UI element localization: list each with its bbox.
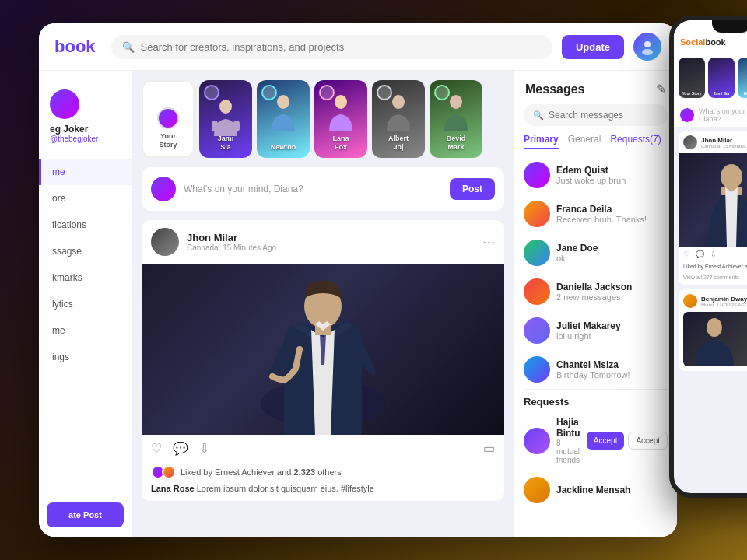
msg-item-juliet[interactable]: Juliet Makarey lol u right [514, 311, 677, 350]
messages-search-input[interactable] [549, 110, 658, 121]
story-jami[interactable]: JamiSia [199, 80, 252, 158]
msg-item-jane[interactable]: Jane Doe ok [514, 233, 677, 272]
req-avatar-hajia [524, 428, 550, 454]
stories-row: YourStory JamiSia [142, 80, 504, 158]
post-header: Jhon Milar Cannada, 15 Minutes Ago ⋯ [142, 220, 504, 264]
msg-preview-daniella: 2 new messages [556, 292, 668, 302]
story-your[interactable]: YourStory [142, 80, 195, 158]
msg-avatar-jane [524, 240, 550, 266]
tab-general[interactable]: General [568, 134, 601, 149]
main-card: book 🔍 Update eg Joker @thebegjoker me o… [39, 23, 677, 537]
ph-compose-avatar [680, 108, 694, 122]
story-newton[interactable]: Newton [257, 80, 310, 158]
msg-avatar-franca [524, 201, 550, 227]
search-bar[interactable]: 🔍 [111, 35, 552, 59]
msg-name-jane: Jane Doe [556, 243, 668, 254]
messages-title: Messages [525, 82, 585, 96]
phone-person2-header: Benjamin Dwayne Miami, 2 HOURS AGO [683, 294, 747, 308]
phone-post-image [679, 153, 747, 247]
compose-avatar [151, 177, 176, 201]
sidebar-username: @thebegjoker [50, 135, 121, 143]
ph-person2-info: Benjamin Dwayne Miami, 2 HOURS AGO [701, 296, 747, 307]
bookmark-button[interactable]: ▭ [483, 441, 495, 456]
logo: book [54, 37, 96, 57]
msg-info-daniella: Daniella Jackson 2 new messages [556, 282, 668, 302]
decline-button-hajia[interactable]: Accept [628, 432, 668, 450]
like-button[interactable]: ♡ [151, 441, 162, 456]
story-albert[interactable]: AlbertJoj [372, 80, 425, 158]
msg-item-chantel[interactable]: Chantel Msiza Birthday Tomorrow! [514, 350, 677, 389]
compose-placeholder: What's on your mind, Diana? [184, 184, 442, 194]
svg-point-6 [335, 95, 347, 109]
story-devid[interactable]: DevidMark [430, 80, 482, 158]
sidebar-nav: me ore fications ssagse kmarks lytics me… [39, 156, 132, 495]
msg-info-edem: Edem Quist Just woke up bruh [556, 165, 668, 185]
svg-point-8 [450, 95, 462, 109]
svg-point-2 [219, 100, 232, 114]
post-likes: Liked by Ernest Achiever and 2,323 other… [142, 462, 504, 482]
create-post-button[interactable]: ate Post [47, 502, 124, 527]
msg-item-edem[interactable]: Edem Quist Just woke up bruh [514, 156, 677, 194]
svg-rect-3 [212, 121, 218, 131]
msg-name-daniella: Daniella Jackson [556, 282, 668, 292]
search-icon: 🔍 [122, 41, 135, 53]
phone-post: Jhon Milar Cannada, 15 Minutes Ago ♡ 💬 ⇩… [679, 131, 747, 285]
phone-post-actions: ♡ 💬 ⇩ [679, 247, 747, 262]
sidebar-item-notifications[interactable]: fications [39, 212, 132, 238]
ph-comment-icon[interactable]: 💬 [696, 250, 704, 258]
search-input[interactable] [141, 41, 542, 53]
like-avatars [151, 465, 176, 479]
feed-post: Jhon Milar Cannada, 15 Minutes Ago ⋯ [142, 220, 504, 501]
sidebar-item-analytics[interactable]: lytics [39, 291, 132, 317]
ph-story-3[interactable]: Newton [738, 58, 747, 98]
sidebar-avatar [50, 89, 79, 119]
comment-button[interactable]: 💬 [173, 441, 188, 456]
update-button[interactable]: Update [562, 35, 624, 59]
share-button[interactable]: ⇩ [199, 441, 209, 456]
msg-avatar-daniella [524, 278, 550, 305]
svg-point-14 [707, 318, 722, 337]
header-avatar[interactable] [633, 33, 661, 61]
tab-requests[interactable]: Requests(7) [610, 134, 661, 149]
ph-person2-meta: Miami, 2 HOURS AGO [701, 303, 747, 307]
msg-name-franca: Franca Deila [556, 204, 668, 215]
svg-point-12 [721, 164, 742, 189]
messages-panel: Messages ✎ 🔍 Primary General Requests(7)… [514, 71, 677, 537]
post-image [142, 264, 504, 435]
sidebar-item-home[interactable]: me [39, 317, 132, 344]
tab-primary[interactable]: Primary [524, 134, 559, 149]
post-author-name: Jhon Milar [187, 232, 276, 243]
ph-share-icon[interactable]: ⇩ [710, 250, 717, 258]
ph-like-icon[interactable]: ♡ [683, 250, 689, 258]
post-caption: Lana Rose Lorem ipsum dolor sit quisquam… [142, 482, 504, 501]
sidebar-item-bookmarks[interactable]: kmarks [39, 264, 132, 291]
msg-name-chantel: Chantel Msiza [556, 359, 668, 370]
sidebar-item-settings[interactable]: ings [39, 344, 132, 370]
msg-preview-chantel: Birthday Tomorrow! [556, 370, 668, 380]
story-lana[interactable]: LanaFox [314, 80, 367, 158]
sidebar-item-messages[interactable]: ssagse [39, 238, 132, 264]
messages-search[interactable]: 🔍 [524, 104, 668, 126]
svg-point-7 [392, 95, 405, 109]
sidebar-name: eg Joker [50, 124, 121, 135]
accept-button-hajia[interactable]: Accept [587, 432, 625, 450]
ph-person2-image [683, 312, 747, 366]
requests-title: Requests [514, 390, 677, 411]
msg-info-juliet: Juliet Makarey lol u right [556, 320, 668, 341]
ph-story-1[interactable]: Your Story [679, 58, 705, 98]
phone-logo: Socialbook [680, 37, 726, 47]
sidebar-item-explore[interactable]: ore [39, 185, 132, 212]
msg-item-daniella[interactable]: Daniella Jackson 2 new messages [514, 272, 677, 311]
request-item-hajia: Hajia Bintu 8 mutual friends Accept Acce… [514, 411, 677, 471]
ph-person2-name: Benjamin Dwayne [701, 296, 747, 303]
msg-info-chantel: Chantel Msiza Birthday Tomorrow! [556, 359, 668, 380]
msg-item-franca[interactable]: Franca Deila Received bruh. Thanks! [514, 194, 677, 233]
post-button[interactable]: Post [450, 178, 495, 200]
jackline-item[interactable]: Jackline Mensah [514, 471, 677, 509]
ph-story-2[interactable]: Jami Sia [708, 58, 735, 98]
msg-avatar-chantel [524, 356, 550, 383]
req-buttons-hajia: Accept Accept [587, 432, 668, 450]
sidebar-item-me[interactable]: me [39, 159, 132, 185]
compose-message-icon[interactable]: ✎ [656, 82, 666, 96]
post-more-button[interactable]: ⋯ [482, 235, 495, 250]
